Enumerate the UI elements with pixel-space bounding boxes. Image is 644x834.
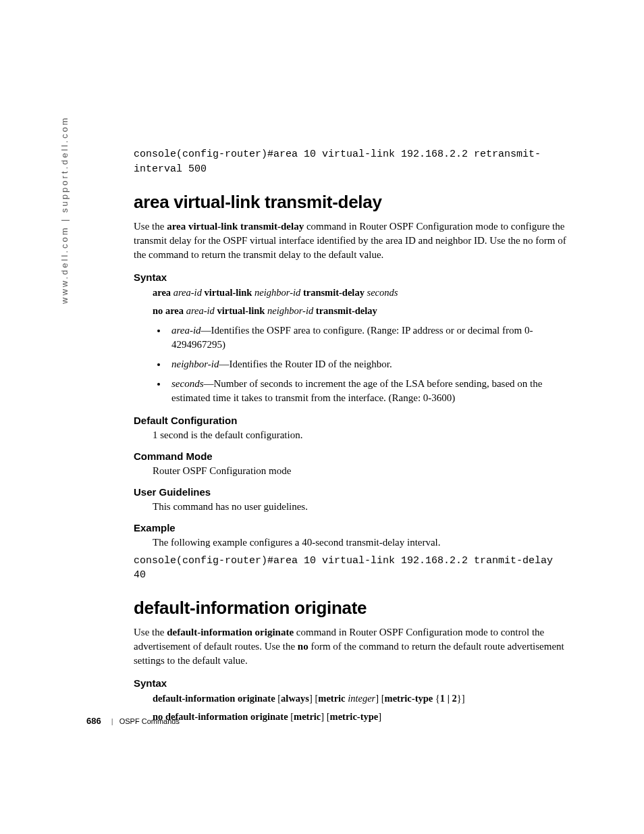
bullet-seconds: seconds—Number of seconds to increment t… bbox=[167, 377, 569, 405]
syntax-line-2a: default-information originate [always] [… bbox=[153, 693, 569, 704]
syntax-line-1a: area area-id virtual-link neighbor-id tr… bbox=[153, 287, 569, 298]
section-2-description: Use the default-information originate co… bbox=[134, 625, 569, 668]
code-block-example: console(config-router)#area 10 virtual-l… bbox=[134, 554, 569, 583]
example-text: The following example configures a 40-se… bbox=[153, 537, 569, 548]
syntax-heading-1: Syntax bbox=[134, 271, 569, 283]
default-config-text: 1 second is the default configuration. bbox=[153, 429, 569, 441]
bullet-area-id: area-id—Identifies the OSPF area to conf… bbox=[167, 323, 569, 352]
syntax-heading-2: Syntax bbox=[134, 677, 569, 689]
footer-separator: | bbox=[111, 717, 113, 725]
section-title-1: area virtual-link transmit-delay bbox=[134, 192, 569, 213]
command-mode-text: Router OSPF Configuration mode bbox=[153, 465, 569, 477]
syntax-line-1b: no area area-id virtual-link neighbor-id… bbox=[153, 305, 569, 317]
user-guidelines-heading: User Guidelines bbox=[134, 486, 569, 498]
page-content: console(config-router)#area 10 virtual-l… bbox=[134, 147, 569, 729]
section-title-2: default-information originate bbox=[134, 598, 569, 619]
syntax-line-2b: no default-information originate [metric… bbox=[153, 711, 569, 723]
default-config-heading: Default Configuration bbox=[134, 415, 569, 426]
footer-section: OSPF Commands bbox=[119, 717, 180, 725]
command-mode-heading: Command Mode bbox=[134, 450, 569, 462]
bullet-neighbor-id: neighbor-id—Identifies the Router ID of … bbox=[167, 357, 569, 371]
code-block-top: console(config-router)#area 10 virtual-l… bbox=[134, 147, 569, 177]
user-guidelines-text: This command has no user guidelines. bbox=[153, 501, 569, 513]
example-heading: Example bbox=[134, 522, 569, 533]
section-1-description: Use the area virtual-link transmit-delay… bbox=[134, 219, 569, 262]
page-footer: 686 | OSPF Commands bbox=[86, 716, 180, 726]
syntax-bullets-1: area-id—Identifies the OSPF area to conf… bbox=[167, 323, 569, 405]
sidebar-url-text: www.dell.com | support.dell.com bbox=[59, 116, 70, 304]
page-number: 686 bbox=[86, 716, 101, 726]
